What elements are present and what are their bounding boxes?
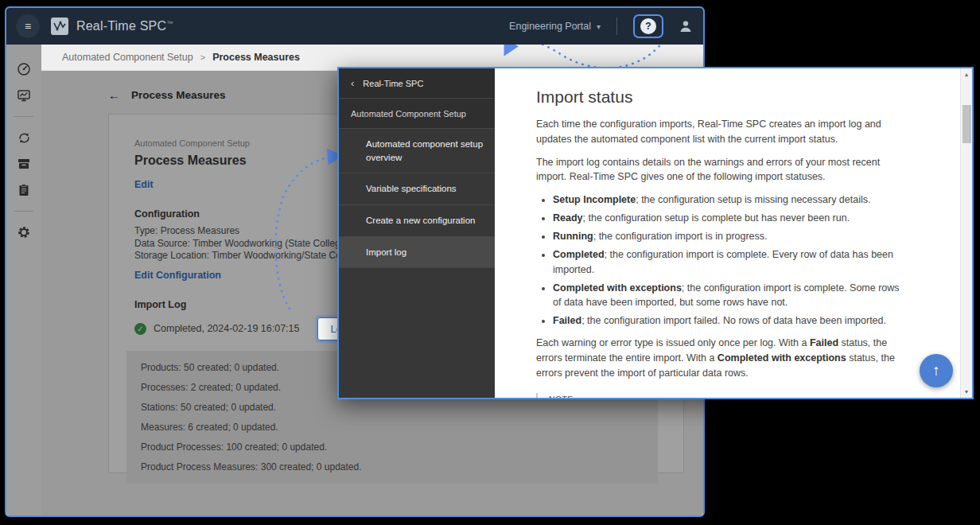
menu-icon[interactable]: ≡	[16, 14, 40, 38]
chevron-down-icon: ▾	[597, 22, 601, 31]
help-icon: ?	[640, 18, 656, 34]
help-button[interactable]: ?	[633, 14, 663, 38]
screen: ≡ Real-Time SPC™ Engineering Portal ▾ ?	[0, 0, 980, 525]
help-panel: ‹ Real-Time SPC Automated Component Setu…	[337, 67, 974, 399]
status-bullet: Completed; the configuration import is c…	[553, 247, 910, 276]
user-account-icon[interactable]	[678, 18, 694, 34]
note-block: NOTE If the import is successful, the im…	[536, 393, 910, 398]
status-bullet: Failed; the configuration import failed.…	[553, 313, 910, 328]
help-article: Import status Each time the configuratio…	[495, 68, 972, 398]
help-sidebar: ‹ Real-Time SPC Automated Component Setu…	[339, 68, 495, 398]
portal-label: Engineering Portal	[509, 21, 591, 32]
help-back-label: Real-Time SPC	[363, 79, 423, 88]
app-logo-icon	[51, 18, 68, 35]
scroll-up-icon[interactable]: ▲	[961, 72, 972, 77]
status-bullet-list: Setup Incomplete; the configuration setu…	[536, 192, 910, 328]
help-nav-item[interactable]: Variable specifications	[339, 173, 495, 205]
breadcrumb-separator-icon: >	[200, 52, 205, 62]
portal-selector[interactable]: Engineering Portal ▾	[509, 21, 601, 32]
article-paragraph: Each warning or error type is issued onl…	[536, 336, 910, 380]
note-label: NOTE	[549, 395, 910, 398]
help-nav-item[interactable]: Automated component setup overview	[339, 129, 495, 173]
breadcrumb-parent[interactable]: Automated Component Setup	[62, 52, 193, 63]
scroll-to-top-button[interactable]: ↑	[920, 354, 953, 387]
status-bullet: Ready; the configuration setup is comple…	[553, 211, 910, 225]
help-section-label: Automated Component Setup	[339, 99, 495, 129]
help-nav-item[interactable]: Create a new configuration	[339, 205, 495, 237]
help-nav-list: Automated component setup overviewVariab…	[339, 129, 495, 268]
chevron-left-icon: ‹	[351, 77, 354, 89]
status-bullet: Setup Incomplete; the configuration setu…	[553, 192, 910, 207]
article-title: Import status	[536, 88, 910, 107]
help-back-button[interactable]: ‹ Real-Time SPC	[339, 68, 495, 99]
article-paragraph: Each time the configuration imports, Rea…	[536, 117, 910, 147]
article-paragraph: The import log contains details on the w…	[536, 155, 910, 185]
app-title: Real-Time SPC™	[76, 19, 173, 33]
top-bar: ≡ Real-Time SPC™ Engineering Portal ▾ ?	[6, 8, 703, 45]
breadcrumb-current: Process Measures	[212, 52, 300, 63]
scrollbar-thumb[interactable]	[962, 105, 971, 143]
status-bullet: Completed with exceptions; the configura…	[553, 281, 910, 309]
topbar-divider	[616, 18, 617, 35]
help-nav-item[interactable]: Import log	[339, 237, 495, 269]
trademark: ™	[166, 20, 173, 27]
scrollbar[interactable]: ▲ ▼	[960, 68, 972, 398]
scroll-down-icon[interactable]: ▼	[961, 389, 972, 395]
status-bullet: Running; the configuration import is in …	[553, 229, 910, 243]
